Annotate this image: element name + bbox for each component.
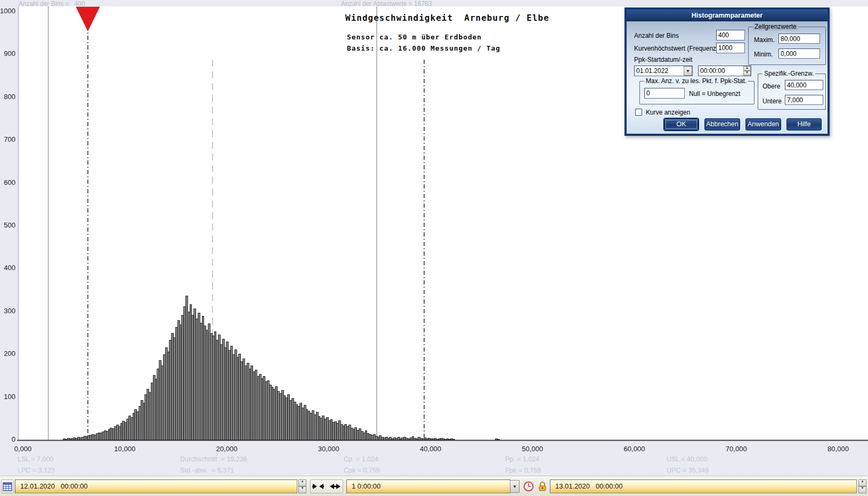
curve-max-field-label: Kurvenhöchstwert (Frequenz) (634, 45, 718, 52)
cell-min-input[interactable]: 0,000 (778, 48, 820, 59)
stat-label: Pp = 1,024 (505, 456, 539, 463)
chart-subtitle-basis: Basis: ca. 16.000 Messungen / Tag (347, 44, 500, 52)
stat-label: Ppk = 0,759 (505, 467, 541, 474)
dialog-titlebar[interactable]: Histogrammparameter (627, 10, 828, 21)
ppk-time-down-icon[interactable]: ▼ (743, 71, 751, 76)
stat-label: Cpk = 0,759 (344, 467, 380, 474)
stat-label: Std.-abw. = 5,371 (180, 467, 234, 474)
y-tick-label: 1000 (0, 7, 15, 15)
interval-field[interactable]: 1 0:00:00 (346, 479, 510, 493)
x-tick-label: 10,000 (106, 445, 143, 453)
stat-label: USL = 40,000 (667, 456, 707, 463)
max-points-input[interactable]: 0 (644, 88, 685, 99)
ok-button[interactable]: OK (664, 118, 699, 131)
cell-max-label: Maxim. (754, 36, 775, 44)
max-points-group-title: Max. Anz. v. zu les. Pkt. f. Ppk-Stat. (644, 77, 748, 85)
spec-limits-group-title: Spezifik.-Grenzw. (762, 70, 815, 77)
y-tick-label: 900 (0, 50, 15, 58)
clock-button[interactable] (522, 479, 535, 493)
x-tick-label: 30,000 (310, 445, 347, 453)
max-points-hint: Null = Unbegrenzt (689, 90, 740, 97)
bins-field-label: Anzahl der Bins (634, 32, 679, 39)
start-datetime-field[interactable]: 12.01.2020 00:00:00 (15, 479, 297, 493)
x-tick-label: 50,000 (514, 445, 551, 453)
y-tick-label: 0 (0, 435, 15, 443)
chart-subtitle-sensor: Sensor ca. 50 m über Erdboden (347, 33, 482, 41)
start-datetime-spinner: ▲ ▼ (298, 479, 306, 493)
y-tick-label: 500 (0, 221, 15, 229)
x-tick-label: 20,000 (208, 445, 246, 453)
show-curve-label: Kurve anzeigen (646, 109, 690, 116)
y-tick-label: 100 (0, 393, 15, 401)
x-tick-label: 70,000 (718, 445, 755, 453)
stat-label: LPC = 3,123 (18, 467, 55, 474)
end-datetime-field[interactable]: 13.01.2020 00:00:00 (550, 479, 857, 493)
chart-title: Windgeschwindigkeit Arneburg / Elbe (345, 13, 549, 23)
cell-max-input[interactable]: 80,000 (778, 34, 820, 44)
bins-count-label: Anzahl der Bins = 400 (19, 0, 85, 7)
apply-button[interactable]: Anwenden (745, 118, 781, 131)
stat-label: Durchschnitt = 19,236 (180, 456, 247, 463)
curve-max-input[interactable]: 1000 (716, 43, 745, 53)
x-tick-label: 40,000 (412, 445, 449, 453)
x-tick-label: 80,000 (820, 445, 857, 453)
show-curve-checkbox[interactable] (635, 109, 642, 116)
lock-icon (538, 481, 547, 492)
end-datetime-spinner: ▲ ▼ (858, 479, 866, 493)
stat-label: Cp = 1,024 (344, 456, 378, 463)
spec-lower-input[interactable]: 7,000 (785, 95, 823, 105)
y-tick-label: 200 (0, 349, 15, 357)
help-button[interactable]: Hilfe (786, 118, 822, 131)
ppk-time-up-icon[interactable]: ▲ (743, 66, 751, 71)
shrink-range-icon[interactable] (312, 483, 324, 490)
x-tick-label: 0,000 (4, 445, 42, 453)
interval-dropdown-icon[interactable]: ▼ (510, 480, 520, 493)
y-tick-label: 800 (0, 93, 15, 101)
bins-input[interactable]: 400 (716, 30, 745, 40)
application-window: Anzahl der Bins = 400 Anzahl der Abtastw… (0, 0, 868, 496)
ppk-start-label: Ppk-Startdatum/-zeit (634, 56, 692, 63)
y-tick-label: 700 (0, 135, 15, 143)
y-tick-label: 300 (0, 307, 15, 315)
samples-count-label: Anzahl der Abtastwerte = 16763 (341, 0, 432, 7)
spec-upper-input[interactable]: 40,000 (785, 80, 823, 90)
y-tick-label: 400 (0, 264, 15, 272)
range-arrows-panel (310, 479, 343, 493)
time-range-toolbar: 12.01.2020 00:00:00 ▲ ▼ 1 0:00:00 ▼ (0, 476, 868, 496)
x-tick-label: 60,000 (616, 445, 653, 453)
histogram-parameters-dialog: Histogrammparameter Anzahl der Bins 400 … (624, 7, 830, 136)
ppk-date-dropdown-icon[interactable]: ▼ (684, 66, 692, 76)
expand-range-icon[interactable] (329, 483, 341, 490)
start-spin-down-icon[interactable]: ▼ (298, 486, 306, 493)
y-tick-label: 600 (0, 178, 15, 186)
stat-label: LSL = 7,000 (18, 456, 53, 463)
clock-icon (523, 481, 534, 492)
calendar-button[interactable] (1, 479, 14, 493)
end-spin-down-icon[interactable]: ▼ (858, 486, 866, 493)
start-spin-up-icon[interactable]: ▲ (298, 479, 306, 486)
cancel-button[interactable]: Abbrechen (704, 118, 740, 131)
spec-lower-label: Untere (762, 97, 782, 105)
cell-limits-group: Zellgrenzwerte Maxim. 80,000 Minim. 0,00… (748, 27, 826, 65)
spec-upper-label: Obere (762, 83, 780, 90)
lock-button[interactable] (536, 479, 549, 493)
max-points-group: Max. Anz. v. zu les. Pkt. f. Ppk-Stat. 0… (639, 81, 755, 104)
spec-limits-group: Spezifik.-Grenzw. Obere 40,000 Untere 7,… (758, 74, 826, 110)
cell-limits-group-title: Zellgrenzwerte (753, 23, 798, 30)
end-spin-up-icon[interactable]: ▲ (858, 479, 866, 486)
calendar-icon (3, 482, 12, 491)
cell-min-label: Minim. (754, 51, 773, 58)
stat-label: UPC = 35,349 (667, 467, 709, 474)
